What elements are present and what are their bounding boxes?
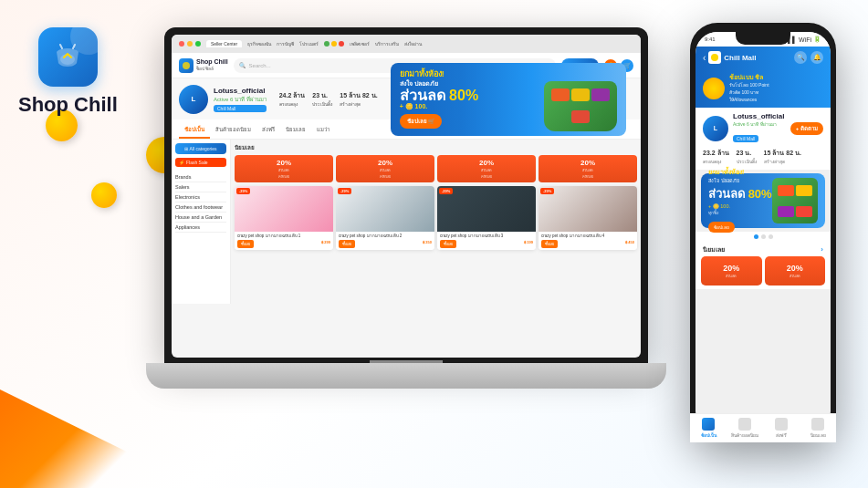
phone-banner-content: ยกมาทั้งห้อง! ส่งใจ ปลอดภัย ส่วนลด 80% +… — [708, 169, 772, 232]
product-card-1[interactable]: -29% crazy pet shop มากมายฉบับเต็บ 1 ซื้… — [235, 186, 333, 250]
phone-nav-shop-label: ช้อปเบ็น — [701, 431, 716, 433]
svg-point-1 — [60, 54, 75, 65]
screen-logo-icon — [179, 58, 193, 73]
product-price-2: ฿350 — [423, 240, 432, 248]
basket-item-3 — [591, 88, 610, 101]
phone-screen: 9:41 ▌▌▌ WiFi 🔋 ‹ Chill Mall — [695, 32, 831, 433]
product-info-3: crazy pet shop มากมายฉบับเต็บ 3 ซื้อเลย … — [437, 232, 536, 250]
product-card-2[interactable]: -29% crazy pet shop มากมายฉบับเต็บ 2 ซื้… — [336, 186, 434, 250]
battery-icon: 🔋 — [813, 36, 821, 43]
product-name-3: crazy pet shop มากมายฉบับเต็บ 3 — [440, 234, 533, 238]
tab-shop[interactable]: ช้อปเบ็น — [179, 122, 210, 139]
laptop-screen-frame: Seller Center ธุรกิจของฉัน การบัญชี โปรแ… — [164, 27, 648, 365]
phone-banner: ยกมาทั้งห้อง! ส่งใจ ปลอดภัย ส่วนลด 80% +… — [701, 173, 825, 228]
buy-btn-4[interactable]: ซื้อเลย — [541, 240, 558, 248]
flash-item-2: 20% ส่วนลด คลิกเลย — [336, 155, 434, 182]
product-actions-3: ซื้อเลย ฿199 — [440, 240, 533, 248]
buy-btn-3[interactable]: ซื้อเลย — [440, 240, 456, 248]
phone-flash-2[interactable]: 20% ส่วนลด — [765, 256, 826, 286]
svg-point-3 — [711, 54, 718, 61]
back-arrow-icon[interactable]: ‹ — [703, 53, 706, 63]
dot-1 — [754, 234, 758, 239]
sidebar-house[interactable]: House and a Garden — [175, 213, 226, 223]
phone-discount-value: 80% — [748, 187, 772, 201]
sidebar-brands[interactable]: Brands — [175, 172, 226, 182]
phone-nav-shop[interactable]: ช้อปเบ็น — [695, 418, 727, 433]
shop-logo: L — [179, 85, 208, 114]
phone-follow-button[interactable]: + ติดตาม — [790, 122, 823, 135]
sidebar-salers[interactable]: Salers — [175, 182, 226, 192]
search-placeholder: Search... — [249, 63, 271, 68]
minimize-dot — [187, 41, 193, 47]
lightning-icon: ⚡ — [179, 160, 184, 165]
screen-products: นิยมเลย 20% ส่วนลด คลิกเลย 20% ส่วนลด คล… — [231, 140, 641, 304]
phone-shop-badge: Chill Mall — [733, 135, 758, 142]
phone-bottom-nav: ช้อปเบ็น สินค้ายอดนิยม ส่งฟรี นิยมเลย — [695, 413, 831, 433]
product-actions-4: ซื้อเลย ฿450 — [541, 240, 634, 248]
phone-nav-niyom[interactable]: นิยมเลย — [800, 418, 831, 433]
browser-tab-6[interactable]: ส่งใจผ่าน — [404, 40, 422, 47]
phone-nav-free[interactable]: ส่งฟรี — [763, 418, 800, 433]
promo-extra: + 🪙 100. — [400, 103, 526, 110]
product-card-4[interactable]: -29% crazy pet shop มากมายฉบับเต็บ 4 ซื้… — [539, 186, 637, 250]
basket-item-2 — [571, 88, 590, 101]
screen-sidebar: ⊞ All categories ⚡ Flash Sale Brands Sal… — [172, 140, 231, 304]
phone-nav-popular-icon — [738, 418, 751, 431]
all-categories-btn[interactable]: ⊞ All categories — [175, 143, 226, 154]
tab-maewa[interactable]: แมว่า — [311, 122, 335, 139]
svg-point-2 — [183, 62, 190, 69]
product-name-1: crazy pet shop มากมายฉบับเต็บ 1 — [237, 234, 330, 238]
browser-tab-4[interactable]: เพลิศเซอร์ — [350, 40, 370, 47]
phone-banner-discount: ส่วนลด 80% — [708, 184, 772, 203]
shop-header: L Lotuss_official Active 6 นาที ที่ผ่านม… — [172, 78, 641, 119]
product-card-3[interactable]: -29% crazy pet shop มากมายฉบับเต็บ 3 ซื้… — [437, 186, 536, 250]
phone-search-icon[interactable]: 🔍 — [794, 51, 807, 64]
sale-badge-4: -29% — [540, 188, 554, 194]
laptop-screen: Seller Center ธุรกิจของฉัน การบัญชี โปรแ… — [172, 35, 641, 358]
window-controls — [179, 41, 201, 47]
phone-basket-3 — [778, 206, 794, 217]
sidebar-clothes[interactable]: Clothes and footwear — [175, 202, 226, 213]
product-row: -29% crazy pet shop มากมายฉบับเต็บ 1 ซื้… — [235, 186, 637, 250]
phone-flash-1[interactable]: 20% ส่วนลด — [701, 256, 762, 286]
promo-text: ยกมาทั้งห้อง! ส่งใจ ปลอดภัย ส่วนลด 80% +… — [400, 69, 526, 130]
tab-niyom[interactable]: นิยมเลย — [280, 122, 311, 139]
wifi-icon: WiFi — [799, 36, 811, 43]
sidebar-electronics[interactable]: Electronics — [175, 192, 226, 202]
basket-item-4 — [571, 110, 590, 123]
browser-tab-2[interactable]: การบัญชี — [277, 40, 294, 47]
browser-tab-seller[interactable]: Seller Center — [206, 40, 242, 47]
tab-popular[interactable]: สินค้ายอดนิยม — [210, 122, 256, 139]
sidebar-appliances[interactable]: Appliances — [175, 223, 226, 233]
browser-tab-1[interactable]: ธุรกิจของฉัน — [247, 40, 271, 47]
browser-tab-5[interactable]: บริการเสริม — [375, 40, 399, 47]
phone-shop-header: L Lotuss_official Active 6 นาที ที่ผ่านม… — [703, 112, 823, 144]
grid-icon: ⊞ — [184, 146, 188, 151]
phone-nav-popular[interactable]: สินค้ายอดนิยม — [727, 418, 763, 433]
app-title-text: Shop Chill — [18, 94, 118, 116]
flash-sale-label: Flash Sale — [186, 160, 208, 165]
product-name-4: crazy pet shop มากมายฉบับเต็บ 4 — [541, 234, 634, 238]
phone-header-left: ‹ Chill Mall — [703, 51, 756, 64]
buy-button[interactable]: ช้อปเลย 🛒 — [400, 114, 443, 129]
browser-tab-3[interactable]: โปรแมตร์ — [299, 40, 319, 47]
discount-value: 80% — [449, 88, 478, 103]
promo-discount: ส่วนลด 80% — [400, 88, 526, 103]
section-arrow-icon[interactable]: › — [821, 245, 823, 254]
buy-btn-1[interactable]: ซื้อเลย — [237, 240, 254, 248]
app-name: Shop Chill — [18, 94, 118, 116]
phone-buy-btn[interactable]: ช้อปเลย — [708, 222, 735, 233]
product-price-3: ฿199 — [524, 240, 533, 248]
screen-main-content: ⊞ All categories ⚡ Flash Sale Brands Sal… — [172, 140, 641, 304]
tab-free-ship[interactable]: ส่งฟรี — [256, 122, 280, 139]
browser-nav-bar: Seller Center ธุรกิจของฉัน การบัญชี โปรแ… — [172, 35, 641, 53]
phone-nav-niyom-label: นิยมเลย — [810, 431, 826, 433]
phone-shop-status: Active 6 นาที ที่ผ่านมา — [733, 120, 784, 128]
phone-flash-row: 20% ส่วนลด 20% ส่วนลด — [695, 256, 831, 289]
screen-logo-sub: ช็อป ชิลล์ — [196, 65, 228, 72]
product-info-4: crazy pet shop มากมายฉบับเต็บ 4 ซื้อเลย … — [539, 232, 637, 250]
buy-btn-2[interactable]: ซื้อเลย — [339, 240, 355, 248]
basket-item-1 — [551, 88, 570, 101]
phone-bell-icon[interactable]: 🔔 — [810, 51, 823, 64]
phone-basket-2 — [796, 185, 812, 196]
